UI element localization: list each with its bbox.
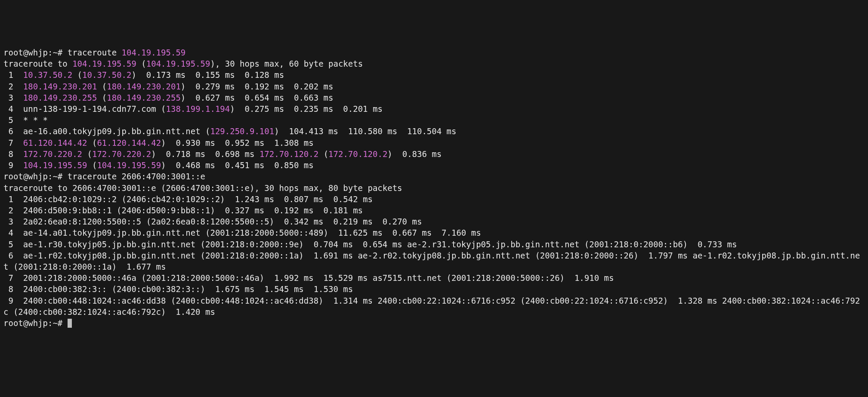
hop-latency: 0.718 ms 0.698 ms	[166, 149, 259, 159]
hop-number: 8	[3, 149, 23, 159]
command: traceroute	[68, 48, 122, 57]
hop-latency: 0.279 ms 0.192 ms 0.202 ms	[195, 82, 333, 91]
ip-address: 180.149.230.201	[107, 82, 181, 91]
hop-line: 3 2a02:6ea0:8:1200:5500::5 (2a02:6ea0:8:…	[3, 217, 422, 226]
shell-prompt: root@whjp:~#	[3, 318, 68, 328]
hop-timeout: * * *	[23, 115, 48, 125]
ip-address: 180.149.230.255	[107, 93, 181, 102]
hop-latency: 0.275 ms 0.235 ms 0.201 ms	[245, 104, 383, 114]
ip-address: 104.19.195.59	[97, 160, 161, 170]
ip-address: 61.120.144.42	[97, 138, 161, 148]
hop-line: 5 ae-1.r30.tokyjp05.jp.bb.gin.ntt.net (2…	[3, 240, 737, 249]
command: traceroute 2606:4700:3001::e	[68, 172, 205, 181]
hop-host: unn-138-199-1-194.cdn77.com	[23, 104, 156, 114]
ip-address: 138.199.1.194	[166, 104, 230, 114]
hop-host: 172.70.120.2	[259, 149, 318, 159]
hop-host: ae-16.a00.tokyjp09.jp.bb.gin.ntt.net	[23, 126, 201, 136]
hop-number: 4	[3, 104, 23, 114]
hop-latency: 0.468 ms 0.451 ms 0.850 ms	[176, 160, 313, 170]
hop-line: 2 2406:d500:9:bb8::1 (2406:d500:9:bb8::1…	[3, 206, 363, 215]
shell-prompt: root@whjp:~#	[3, 48, 68, 57]
traceroute-header: traceroute to	[3, 59, 72, 68]
hop-line: 8 2400:cb00:382:3:: (2400:cb00:382:3::) …	[3, 284, 353, 294]
hop-line: 6 ae-1.r02.tokyjp08.jp.bb.gin.ntt.net (2…	[3, 251, 860, 271]
hop-latency: 0.173 ms 0.155 ms 0.128 ms	[146, 70, 284, 80]
ip-address: 104.19.195.59	[146, 59, 210, 68]
hop-host: 180.149.230.255	[23, 93, 97, 102]
hop-number: 1	[3, 70, 23, 80]
terminal-output[interactable]: root@whjp:~# traceroute 104.19.195.59 tr…	[3, 47, 865, 329]
hop-number: 2	[3, 82, 23, 91]
hop-line: 1 2406:cb42:0:1029::2 (2406:cb42:0:1029:…	[3, 194, 373, 204]
hop-line: 4 ae-14.a01.tokyjp09.jp.bb.gin.ntt.net (…	[3, 228, 481, 237]
ip-address: 10.37.50.2	[82, 70, 131, 80]
ip-address: 172.70.220.2	[92, 149, 151, 159]
hop-number: 9	[3, 160, 23, 170]
hop-host: 172.70.220.2	[23, 149, 82, 159]
hop-number: 7	[3, 138, 23, 148]
ip-address: 104.19.195.59	[72, 59, 136, 68]
hop-host: 104.19.195.59	[23, 160, 87, 170]
cursor[interactable]	[68, 319, 72, 328]
hop-host: 180.149.230.201	[23, 82, 97, 91]
traceroute-header: traceroute to 2606:4700:3001::e (2606:47…	[3, 183, 402, 193]
hop-line: 7 2001:218:2000:5000::46a (2001:218:2000…	[3, 273, 614, 283]
ip-address: 129.250.9.101	[210, 126, 274, 136]
command-arg: 104.19.195.59	[122, 48, 186, 57]
hop-line: 9 2400:cb00:448:1024::ac46:dd38 (2400:cb…	[3, 296, 860, 317]
shell-prompt: root@whjp:~#	[3, 172, 68, 181]
hop-latency: 0.627 ms 0.654 ms 0.663 ms	[195, 93, 333, 102]
hop-number: 3	[3, 93, 23, 102]
hop-latency: 104.413 ms 110.580 ms 110.504 ms	[289, 126, 457, 136]
ip-address: 172.70.120.2	[328, 149, 387, 159]
hop-host: 10.37.50.2	[23, 70, 72, 80]
hop-number: 5	[3, 115, 23, 125]
hop-latency: 0.836 ms	[402, 149, 442, 159]
hop-host: 61.120.144.42	[23, 138, 87, 148]
hop-latency: 0.930 ms 0.952 ms 1.308 ms	[176, 138, 313, 148]
hop-number: 6	[3, 126, 23, 136]
